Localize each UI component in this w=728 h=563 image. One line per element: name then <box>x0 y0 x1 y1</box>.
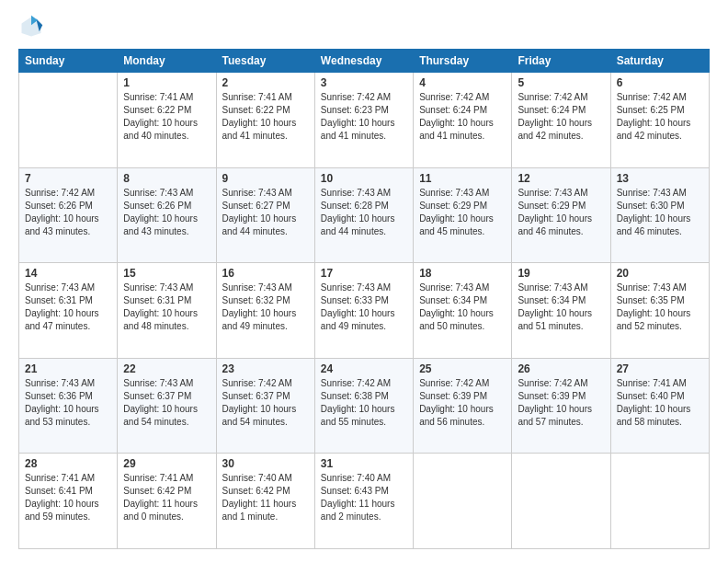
day-info: Sunrise: 7:43 AM Sunset: 6:35 PM Dayligh… <box>617 282 703 333</box>
calendar-cell: 11Sunrise: 7:43 AM Sunset: 6:29 PM Dayli… <box>414 167 512 263</box>
calendar-cell: 8Sunrise: 7:43 AM Sunset: 6:26 PM Daylig… <box>118 167 216 263</box>
day-number: 18 <box>419 267 506 280</box>
calendar-cell: 2Sunrise: 7:41 AM Sunset: 6:22 PM Daylig… <box>216 73 314 168</box>
weekday-header-wednesday: Wednesday <box>314 50 413 73</box>
calendar-cell: 6Sunrise: 7:42 AM Sunset: 6:25 PM Daylig… <box>610 73 709 168</box>
calendar-cell: 3Sunrise: 7:42 AM Sunset: 6:23 PM Daylig… <box>314 73 413 168</box>
day-info: Sunrise: 7:41 AM Sunset: 6:40 PM Dayligh… <box>617 377 703 429</box>
day-info: Sunrise: 7:43 AM Sunset: 6:31 PM Dayligh… <box>25 282 111 333</box>
day-info: Sunrise: 7:43 AM Sunset: 6:34 PM Dayligh… <box>419 282 506 333</box>
weekday-header-saturday: Saturday <box>610 50 709 73</box>
weekday-header-tuesday: Tuesday <box>216 50 314 73</box>
day-number: 14 <box>25 267 111 280</box>
day-info: Sunrise: 7:40 AM Sunset: 6:42 PM Dayligh… <box>222 472 309 523</box>
weekday-header-thursday: Thursday <box>414 50 512 73</box>
calendar-cell: 9Sunrise: 7:43 AM Sunset: 6:27 PM Daylig… <box>216 167 314 263</box>
calendar-cell: 5Sunrise: 7:42 AM Sunset: 6:24 PM Daylig… <box>512 73 610 168</box>
day-info: Sunrise: 7:41 AM Sunset: 6:41 PM Dayligh… <box>25 472 111 523</box>
day-info: Sunrise: 7:42 AM Sunset: 6:37 PM Dayligh… <box>222 377 309 429</box>
day-number: 25 <box>419 362 506 375</box>
page: SundayMondayTuesdayWednesdayThursdayFrid… <box>0 0 728 563</box>
calendar-week-3: 14Sunrise: 7:43 AM Sunset: 6:31 PM Dayli… <box>19 263 710 359</box>
calendar-header-row: SundayMondayTuesdayWednesdayThursdayFrid… <box>19 50 710 73</box>
weekday-header-friday: Friday <box>512 50 610 73</box>
calendar-cell <box>512 454 610 549</box>
calendar-cell: 30Sunrise: 7:40 AM Sunset: 6:42 PM Dayli… <box>216 454 314 549</box>
day-info: Sunrise: 7:43 AM Sunset: 6:33 PM Dayligh… <box>321 282 407 333</box>
calendar-cell: 26Sunrise: 7:42 AM Sunset: 6:39 PM Dayli… <box>512 358 610 454</box>
calendar-cell: 23Sunrise: 7:42 AM Sunset: 6:37 PM Dayli… <box>216 358 314 454</box>
day-number: 15 <box>123 267 210 280</box>
day-number: 10 <box>321 172 407 185</box>
day-number: 28 <box>25 457 111 470</box>
calendar-cell <box>610 454 709 549</box>
calendar-cell: 17Sunrise: 7:43 AM Sunset: 6:33 PM Dayli… <box>314 263 413 359</box>
day-number: 26 <box>518 362 604 375</box>
calendar-cell: 1Sunrise: 7:41 AM Sunset: 6:22 PM Daylig… <box>118 73 216 168</box>
calendar-cell: 27Sunrise: 7:41 AM Sunset: 6:40 PM Dayli… <box>610 358 709 454</box>
day-number: 5 <box>518 76 604 89</box>
calendar-week-4: 21Sunrise: 7:43 AM Sunset: 6:36 PM Dayli… <box>19 358 710 454</box>
day-info: Sunrise: 7:41 AM Sunset: 6:22 PM Dayligh… <box>222 91 309 143</box>
calendar-cell: 24Sunrise: 7:42 AM Sunset: 6:38 PM Dayli… <box>314 358 413 454</box>
day-info: Sunrise: 7:42 AM Sunset: 6:38 PM Dayligh… <box>321 377 407 429</box>
day-info: Sunrise: 7:43 AM Sunset: 6:28 PM Dayligh… <box>321 187 407 238</box>
calendar-cell: 31Sunrise: 7:40 AM Sunset: 6:43 PM Dayli… <box>314 454 413 549</box>
day-number: 30 <box>222 457 309 470</box>
calendar-week-2: 7Sunrise: 7:42 AM Sunset: 6:26 PM Daylig… <box>19 167 710 263</box>
calendar-cell: 14Sunrise: 7:43 AM Sunset: 6:31 PM Dayli… <box>19 263 118 359</box>
day-number: 27 <box>617 362 703 375</box>
day-number: 24 <box>321 362 407 375</box>
day-info: Sunrise: 7:42 AM Sunset: 6:25 PM Dayligh… <box>617 91 703 143</box>
day-number: 13 <box>617 172 703 185</box>
calendar-cell: 28Sunrise: 7:41 AM Sunset: 6:41 PM Dayli… <box>19 454 118 549</box>
day-info: Sunrise: 7:40 AM Sunset: 6:43 PM Dayligh… <box>321 472 407 523</box>
day-info: Sunrise: 7:43 AM Sunset: 6:34 PM Dayligh… <box>518 282 604 333</box>
calendar-cell <box>19 73 118 168</box>
calendar-cell: 13Sunrise: 7:43 AM Sunset: 6:30 PM Dayli… <box>610 167 709 263</box>
day-number: 2 <box>222 76 309 89</box>
day-number: 20 <box>617 267 703 280</box>
day-info: Sunrise: 7:42 AM Sunset: 6:26 PM Dayligh… <box>25 187 111 238</box>
day-info: Sunrise: 7:43 AM Sunset: 6:26 PM Dayligh… <box>123 187 210 238</box>
day-info: Sunrise: 7:43 AM Sunset: 6:36 PM Dayligh… <box>25 377 111 429</box>
day-info: Sunrise: 7:43 AM Sunset: 6:29 PM Dayligh… <box>419 187 506 238</box>
day-number: 11 <box>419 172 506 185</box>
day-number: 6 <box>617 76 703 89</box>
day-info: Sunrise: 7:42 AM Sunset: 6:39 PM Dayligh… <box>518 377 604 429</box>
day-number: 3 <box>321 76 407 89</box>
header <box>18 14 710 40</box>
day-info: Sunrise: 7:42 AM Sunset: 6:24 PM Dayligh… <box>419 91 506 143</box>
day-number: 19 <box>518 267 604 280</box>
calendar-cell: 19Sunrise: 7:43 AM Sunset: 6:34 PM Dayli… <box>512 263 610 359</box>
calendar-week-5: 28Sunrise: 7:41 AM Sunset: 6:41 PM Dayli… <box>19 454 710 549</box>
day-info: Sunrise: 7:43 AM Sunset: 6:29 PM Dayligh… <box>518 187 604 238</box>
logo-icon <box>18 14 44 40</box>
day-number: 12 <box>518 172 604 185</box>
calendar-cell: 21Sunrise: 7:43 AM Sunset: 6:36 PM Dayli… <box>19 358 118 454</box>
day-info: Sunrise: 7:43 AM Sunset: 6:31 PM Dayligh… <box>123 282 210 333</box>
calendar-cell: 20Sunrise: 7:43 AM Sunset: 6:35 PM Dayli… <box>610 263 709 359</box>
day-number: 23 <box>222 362 309 375</box>
calendar-cell: 12Sunrise: 7:43 AM Sunset: 6:29 PM Dayli… <box>512 167 610 263</box>
calendar-cell: 22Sunrise: 7:43 AM Sunset: 6:37 PM Dayli… <box>118 358 216 454</box>
day-info: Sunrise: 7:43 AM Sunset: 6:27 PM Dayligh… <box>222 187 309 238</box>
calendar-cell: 10Sunrise: 7:43 AM Sunset: 6:28 PM Dayli… <box>314 167 413 263</box>
weekday-header-monday: Monday <box>118 50 216 73</box>
calendar-cell: 16Sunrise: 7:43 AM Sunset: 6:32 PM Dayli… <box>216 263 314 359</box>
weekday-header-sunday: Sunday <box>19 50 118 73</box>
calendar-cell: 18Sunrise: 7:43 AM Sunset: 6:34 PM Dayli… <box>414 263 512 359</box>
logo <box>18 14 48 40</box>
day-number: 1 <box>123 76 210 89</box>
day-number: 22 <box>123 362 210 375</box>
day-number: 7 <box>25 172 111 185</box>
day-info: Sunrise: 7:43 AM Sunset: 6:37 PM Dayligh… <box>123 377 210 429</box>
day-info: Sunrise: 7:43 AM Sunset: 6:30 PM Dayligh… <box>617 187 703 238</box>
day-number: 29 <box>123 457 210 470</box>
day-number: 8 <box>123 172 210 185</box>
calendar-week-1: 1Sunrise: 7:41 AM Sunset: 6:22 PM Daylig… <box>19 73 710 168</box>
calendar-cell: 4Sunrise: 7:42 AM Sunset: 6:24 PM Daylig… <box>414 73 512 168</box>
day-info: Sunrise: 7:42 AM Sunset: 6:23 PM Dayligh… <box>321 91 407 143</box>
day-info: Sunrise: 7:41 AM Sunset: 6:42 PM Dayligh… <box>123 472 210 523</box>
day-number: 17 <box>321 267 407 280</box>
